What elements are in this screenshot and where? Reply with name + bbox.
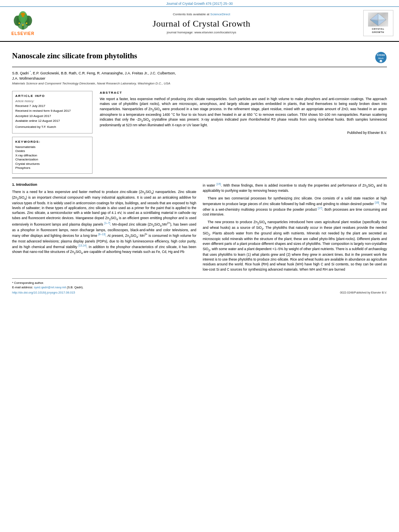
footnote-star: * Corresponding author.	[12, 281, 44, 285]
elsevier-label: ELSEVIER	[11, 31, 34, 36]
keyword-characterization: Characterization	[15, 158, 89, 161]
email-suffix: (S.B. Qadri).	[67, 286, 84, 289]
accepted-date: Accepted 10 August 2017	[15, 114, 89, 119]
corresponding-author-note: * Corresponding author.	[12, 281, 387, 285]
intro-para-4: The new process to produce Zn2SiO4 nanop…	[203, 220, 387, 272]
article-info-box: ARTICLE INFO Article history: Received 7…	[12, 91, 93, 134]
header-content: ELSEVIER Contents lists available at Sci…	[0, 7, 399, 39]
homepage-text: journal homepage: www.elsevier.com/locat…	[167, 31, 237, 34]
keyword-crystal: Crystal structures	[15, 162, 89, 166]
received-revised-date: Received in revised form 9 August 2017	[15, 109, 89, 113]
crystal-growth-logo: CRYSTALGROWTH	[362, 10, 394, 36]
svg-text:Cross: Cross	[377, 53, 385, 56]
keyword-xray: X-ray diffraction	[15, 154, 89, 157]
svg-text:Mark: Mark	[378, 57, 384, 60]
affiliation-line: Materials Science and Component Technolo…	[12, 82, 387, 85]
two-col-main: 1. Introduction There is a need for a le…	[12, 178, 387, 274]
article-history-label: Article history:	[15, 99, 89, 103]
contents-line: Contents lists available at ScienceDirec…	[45, 12, 358, 16]
intro-heading: 1. Introduction	[12, 182, 196, 187]
journal-reference: Journal of Crystal Growth 476 (2017) 25–…	[166, 2, 232, 6]
svg-point-7	[19, 23, 20, 24]
sciencedirect-link[interactable]: ScienceDirect	[210, 12, 230, 16]
elsevier-tree-icon	[11, 10, 35, 31]
keyword-phosphors: Phosphors	[15, 166, 89, 170]
crystal-image	[368, 12, 388, 27]
keyword-nanomaterials: Nanomaterials	[15, 145, 89, 149]
authors-line-2: J.A. Wollmershauser	[12, 76, 387, 80]
intro-para-3: There are two commercial processes for s…	[203, 196, 387, 217]
keywords-label: Keywords:	[15, 140, 89, 144]
doi-link[interactable]: http://dx.doi.org/10.1016/j.jcrysgro.201…	[12, 291, 75, 294]
intro-para-1: There is a need for a less expensive and…	[12, 189, 196, 255]
top-bar: Journal of Crystal Growth 476 (2017) 25–…	[0, 0, 399, 7]
svg-point-9	[22, 25, 24, 26]
main-col-right: in water [15]. With these findings, ther…	[203, 182, 387, 274]
article-footer: * Corresponding author. E-mail address: …	[12, 278, 387, 294]
authors-line: S.B. Qadri *, E.P. Gorzkowski, B.B. Rath…	[12, 70, 387, 75]
published-by: Published by Elsevier B.V.	[100, 131, 387, 135]
crossmark-badge: Cross Mark ✓	[375, 51, 387, 64]
keyword-oxides: Oxides	[15, 149, 89, 153]
svg-text:✓: ✓	[380, 60, 382, 63]
footer-bottom: http://dx.doi.org/10.1016/j.jcrysgro.201…	[12, 291, 387, 294]
authors-section: S.B. Qadri *, E.P. Gorzkowski, B.B. Rath…	[12, 67, 387, 87]
email-line: E-mail address: syed.qadri@nrl.navy.mil …	[12, 286, 387, 289]
article-title-section: Nanoscale zinc silicate from phytoliths …	[12, 46, 387, 67]
communicated-by: Communicated by T.F. Kuech	[15, 125, 89, 129]
svg-marker-11	[378, 13, 386, 21]
intro-para-2: in water [15]. With these findings, ther…	[203, 182, 387, 193]
elsevier-logo: ELSEVIER	[5, 10, 41, 36]
right-col: ABSTRACT We report a faster, less expens…	[100, 91, 387, 174]
article-body: Nanoscale zinc silicate from phytoliths …	[0, 42, 399, 298]
main-col-left: 1. Introduction There is a need for a le…	[12, 182, 196, 274]
email-label: E-mail address:	[12, 286, 33, 289]
abstract-text: We report a faster, less expensive metho…	[100, 97, 387, 127]
article-info-label: ARTICLE INFO	[15, 94, 89, 98]
left-col: ARTICLE INFO Article history: Received 7…	[12, 91, 93, 174]
journal-homepage: journal homepage: www.elsevier.com/locat…	[45, 31, 358, 34]
keywords-section: Keywords: Nanomaterials Oxides X-ray dif…	[12, 137, 93, 174]
abstract-label: ABSTRACT	[100, 91, 387, 94]
article-info-abstract: ARTICLE INFO Article history: Received 7…	[12, 91, 387, 174]
main-text-area: 1. Introduction There is a need for a le…	[12, 178, 387, 274]
email-address[interactable]: syed.qadri@nrl.navy.mil	[34, 286, 66, 289]
received-date: Received 7 July 2017	[15, 104, 89, 109]
svg-point-8	[26, 23, 27, 24]
svg-marker-12	[370, 20, 378, 26]
journal-header: Journal of Crystal Growth 476 (2017) 25–…	[0, 0, 399, 42]
logo-box: CRYSTALGROWTH	[363, 10, 393, 36]
journal-title-area: Contents lists available at ScienceDirec…	[45, 10, 358, 36]
available-online-date: Available online 12 August 2017	[15, 119, 89, 123]
issn-text: 0022-0248/Published by Elsevier B.V.	[340, 291, 387, 294]
svg-rect-6	[22, 14, 24, 17]
contents-text: Contents lists available at	[173, 12, 210, 16]
crystal-logo-text: CRYSTALGROWTH	[372, 28, 384, 34]
abstract-section: ABSTRACT We report a faster, less expens…	[100, 91, 387, 135]
journal-main-title: Journal of Crystal Growth	[45, 18, 358, 29]
article-title: Nanoscale zinc silicate from phytoliths	[12, 51, 371, 60]
